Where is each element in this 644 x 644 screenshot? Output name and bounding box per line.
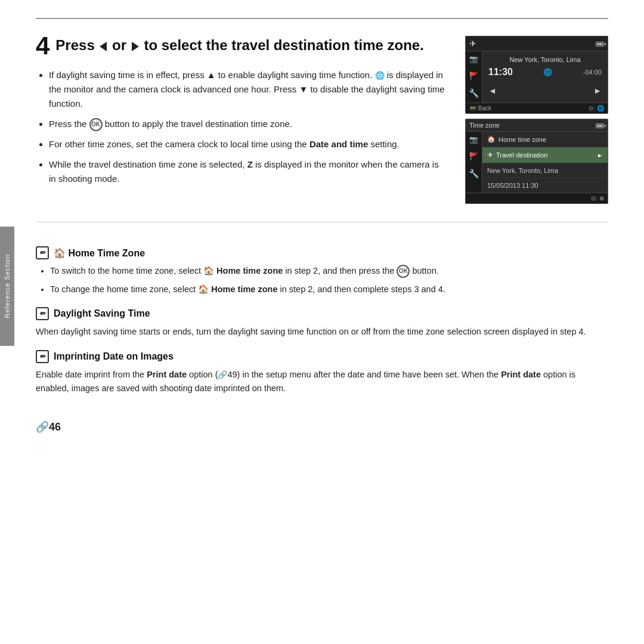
daylight-saving-text: When daylight saving time starts or ends… [36,325,608,339]
daylight-saving-heading: ✏ Daylight Saving Time [36,307,608,320]
screen1-back-label: 📟 Back [469,105,491,112]
step-title: Press or to select the travel destinatio… [55,36,424,54]
screen2-battery [596,122,604,129]
home-time-zone-item: 🏠 Home time zone [482,132,608,147]
screen2-title: Time zone [469,122,500,129]
flag-icon-2: 🚩 [469,152,478,160]
arrow-right-icon [132,42,139,51]
home-label: Home time zone [499,136,546,143]
step-heading: 4 Press or to select the travel destinat… [36,36,447,58]
screen1-sidebar: 📷 🚩 🔧 [466,51,482,103]
reference-label: Reference Section [4,254,11,318]
screen1-nav: ◄ ► [488,83,602,98]
reference-sidebar: Reference Section [0,227,14,346]
screen1-battery [596,40,604,47]
screen2-sidebar: 📷 🚩 🔧 [466,132,482,193]
imprinting-date-note: ✏ Imprinting Date on Images Enable date … [36,350,608,395]
home-bullet-2: To change the home time zone, select 🏠 H… [50,283,608,296]
screen1-time: 11:30 [488,67,513,78]
wrench-icon-2: 🔧 [469,169,479,178]
travel-arrow-icon: ► [597,152,603,159]
home-bullet-1: To switch to the home time zone, select … [50,264,608,278]
travel-destination-item: ✈ Travel destination ► [482,147,608,163]
imprinting-date-title: Imprinting Date on Images [54,351,174,362]
camera-icon: 📷 [469,55,478,63]
screen1-dst-icon: 🌐 [543,68,552,76]
imprinting-date-text: Enable date imprint from the Print date … [36,368,608,395]
arrow-left-icon [100,42,107,51]
notes-container: ✏ 🏠 Home Time Zone To switch to the home… [36,246,608,406]
screen2-datetime: 15/05/2013 11:30 [482,178,608,193]
screen-1: ✈ 📷 🚩 🔧 New York, Toronto, Lima 11:3 [465,36,608,114]
pencil-icon-3: ✏ [36,350,49,363]
home-time-zone-heading: ✏ 🏠 Home Time Zone [36,246,608,259]
camera-icon-2: 📷 [469,135,478,144]
imprinting-date-heading: ✏ Imprinting Date on Images [36,350,608,363]
wrench-icon: 🔧 [469,88,479,98]
home-time-zone-bullets: To switch to the home time zone, select … [36,264,608,296]
screen2-top: Time zone [466,119,608,132]
home-time-zone-note: ✏ 🏠 Home Time Zone To switch to the home… [36,246,608,296]
bullet-item-2: Press the OK button to apply the travel … [49,117,447,131]
ok-icon-1: OK [397,265,410,278]
screen1-offset: -04:00 [583,69,602,76]
pencil-icon-1: ✏ [36,246,49,259]
screen2-ok-label: ⊙: ⊕ [591,195,604,202]
daylight-saving-title: Daylight Saving Time [54,308,150,319]
page-number-icon: 🔗 [36,421,49,433]
bullet-item-3: For other time zones, set the camera clo… [49,137,447,151]
screen-2: Time zone 📷 🚩 🔧 🏠 Home time zone [465,119,608,204]
screen1-top: ✈ [466,36,608,51]
nav-right-icon: ► [593,86,602,95]
flag-icon: 🚩 [469,72,478,80]
screen1-travel-icon: ✈ [469,39,476,48]
screen1-location: New York, Toronto, Lima [488,56,602,63]
travel-label: Travel destination [496,151,547,159]
page-container: Reference Section 4 Press or to select t… [0,0,644,644]
divider [36,222,608,222]
step-number: 4 [36,33,49,58]
daylight-saving-note: ✏ Daylight Saving Time When daylight sav… [36,307,608,339]
main-content: 4 Press or to select the travel destinat… [36,36,608,204]
screens-section: ✈ 📷 🚩 🔧 New York, Toronto, Lima 11:3 [465,36,608,204]
screen2-location: New York, Toronto, Lima [482,163,608,178]
home-icon: 🏠 [487,135,496,143]
screen2-bottom: ⊙: ⊕ [466,193,608,203]
screen1-bottom: 📟 Back ⊙: 🌐 [466,103,608,113]
top-border [36,18,608,19]
travel-icon: ✈ [487,151,493,159]
text-section: 4 Press or to select the travel destinat… [36,36,447,204]
home-time-zone-title: 🏠 Home Time Zone [54,247,145,259]
bullet-item-4: While the travel destination time zone i… [49,157,447,186]
ok-button-icon: OK [89,118,103,131]
pencil-icon-2: ✏ [36,307,49,320]
screen2-body: 📷 🚩 🔧 🏠 Home time zone ✈ Travel destinat… [466,132,608,193]
screen1-ok-label: ⊙: 🌐 [589,105,604,112]
bullet-list: If daylight saving time is in effect, pr… [36,68,447,186]
screen1-main: New York, Toronto, Lima 11:30 🌐 -04:00 ◄… [482,51,608,103]
nav-left-icon: ◄ [488,86,497,95]
screen1-time-row: 11:30 🌐 -04:00 [488,67,602,78]
screen2-menu: 🏠 Home time zone ✈ Travel destination ► … [482,132,608,193]
screen1-body: 📷 🚩 🔧 New York, Toronto, Lima 11:30 🌐 -0… [466,51,608,103]
page-number: 🔗46 [36,420,608,434]
bullet-item-1: If daylight saving time is in effect, pr… [49,68,447,111]
